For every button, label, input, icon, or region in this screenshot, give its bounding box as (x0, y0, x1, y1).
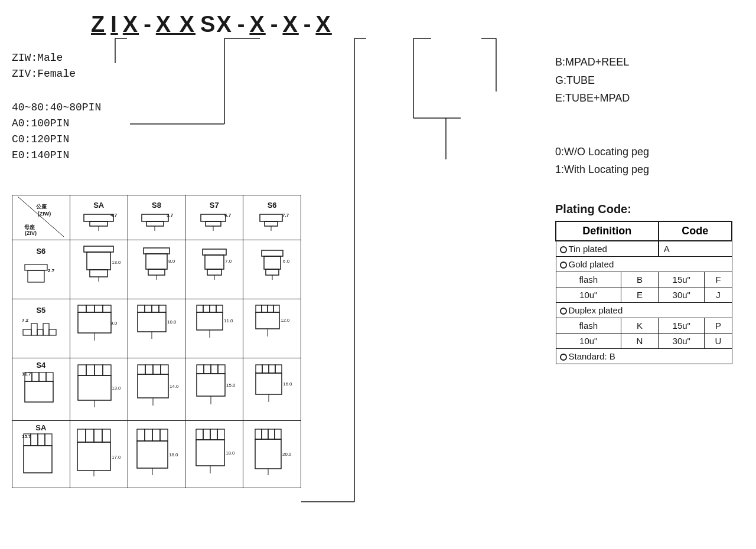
svg-rect-96 (46, 372, 53, 381)
pn-dash4: - (301, 12, 314, 37)
svg-rect-158 (255, 439, 281, 469)
svg-rect-155 (262, 429, 268, 439)
matrix-table: 公座 (ZIW) 母座 (ZIV) SA 4.7 (12, 195, 301, 488)
cell-s5-sa: 9.0 (70, 299, 128, 358)
connector-s5-sa: 9.0 (75, 302, 122, 354)
svg-rect-137 (77, 442, 110, 470)
svg-rect-66 (86, 305, 94, 312)
col-header-s8: S8 3.7 (128, 195, 185, 240)
diagonal-line-svg: 公座 (ZIW) 母座 (ZIV) (18, 197, 64, 237)
sa-row-svg: 15.7 (22, 432, 60, 484)
gold-flash-code: B (621, 272, 658, 287)
svg-rect-130 (45, 434, 52, 446)
matrix-row-s6: S6 2.7 13.0 (12, 240, 301, 299)
part-number-display: Z I X - X X SX - X - X - X (89, 12, 334, 37)
plating-header-definition: Definition (556, 221, 659, 241)
connector-s6-s7: 7.0 (191, 243, 238, 295)
svg-rect-20 (84, 214, 113, 221)
cell-s5-s7: 11.0 (185, 299, 243, 358)
svg-rect-59 (23, 329, 31, 335)
pkg-g: G:TUBE (555, 71, 744, 90)
svg-rect-150 (217, 429, 224, 440)
svg-rect-81 (210, 305, 216, 312)
svg-rect-54 (262, 250, 283, 256)
svg-text:18.0: 18.0 (226, 450, 235, 456)
standard-row: Standard: B (556, 348, 732, 364)
connector-s6-s8: 8.0 (133, 243, 180, 295)
matrix-row-sa: SA 15.7 (12, 421, 301, 488)
svg-rect-44 (144, 248, 170, 254)
svg-text:4.7: 4.7 (110, 213, 118, 218)
svg-rect-124 (256, 373, 282, 394)
tin-plated-label: Tin plated (556, 241, 659, 257)
duplex-flash-label: flash (556, 318, 621, 333)
pn-x4: X (313, 12, 334, 37)
s6-row-svg: 2.7 (22, 256, 60, 291)
svg-rect-116 (218, 365, 225, 374)
sa-header-drawing: 4.7 (78, 210, 119, 233)
svg-text:(ZIV): (ZIV) (25, 230, 37, 236)
connector-sa-s7: 18.0 (191, 428, 238, 480)
svg-text:14.0: 14.0 (170, 384, 179, 389)
duplex-15u-code: P (705, 318, 732, 333)
cell-s6-s7: 7.0 (185, 240, 243, 299)
s4-row-svg: 11.7 (22, 370, 60, 417)
svg-rect-149 (210, 429, 217, 440)
svg-rect-62 (43, 323, 49, 335)
pn-dash2: - (235, 12, 247, 37)
svg-rect-99 (78, 365, 86, 375)
svg-text:6.0: 6.0 (283, 259, 290, 264)
duplex-10u-code: N (621, 333, 658, 348)
svg-text:2.7: 2.7 (48, 268, 55, 273)
svg-rect-61 (37, 329, 43, 335)
svg-rect-36 (25, 264, 47, 270)
gold-10u-code: E (621, 287, 658, 302)
svg-rect-46 (148, 269, 165, 275)
duplex-10u-label: 10u" (556, 333, 621, 348)
cell-s5-s8: 10.0 (128, 299, 185, 358)
svg-rect-103 (78, 375, 111, 400)
svg-rect-80 (203, 305, 210, 312)
cell-s6-sa: 13.0 (70, 240, 128, 299)
svg-rect-89 (273, 305, 279, 312)
svg-rect-79 (197, 305, 203, 312)
col-header-s7: S7 6.7 (185, 195, 243, 240)
gold-flash-label: flash (556, 272, 621, 287)
gold-circle (560, 262, 567, 269)
pin-c0: C0:120PIN (12, 132, 101, 148)
svg-rect-101 (94, 365, 103, 375)
standard-circle (560, 354, 567, 361)
duplex-circle (560, 308, 567, 315)
svg-rect-72 (138, 305, 145, 312)
matrix-row-s4: S4 11.7 (12, 358, 301, 421)
duplex-plated-header-row: Duplex plated (556, 302, 732, 318)
cell-s6-s8: 8.0 (128, 240, 185, 299)
svg-rect-94 (32, 372, 39, 381)
pin-a0: A0:100PIN (12, 116, 101, 132)
svg-rect-108 (153, 365, 161, 374)
gold-row-2: 10u" E 30u" J (556, 287, 732, 302)
svg-rect-73 (145, 305, 152, 312)
svg-rect-131 (24, 446, 52, 473)
gold-row-1: flash B 15u" F (556, 272, 732, 287)
pin-label-group: 40~80:40~80PIN A0:100PIN C0:120PIN E0:14… (12, 100, 101, 164)
svg-rect-147 (196, 429, 203, 440)
svg-rect-144 (137, 441, 168, 468)
cell-sa-sa: 17.0 (70, 421, 128, 488)
svg-rect-25 (146, 221, 164, 226)
duplex-15u-label: 15u" (659, 318, 705, 333)
plating-header-code: Code (659, 221, 732, 241)
connector-s6-s6: 6.0 (249, 243, 296, 295)
svg-text:7.2: 7.2 (22, 318, 29, 323)
svg-rect-117 (197, 374, 225, 396)
cell-s4-s8: 14.0 (128, 358, 185, 421)
gold-30u-label: 30u" (659, 287, 705, 302)
svg-rect-121 (262, 365, 269, 373)
tin-plated-row: Tin plated A (556, 241, 732, 257)
type-label-group: ZIW:Male ZIV:Female (12, 50, 101, 82)
row-label-s5: S5 7.2 (12, 299, 70, 358)
svg-rect-24 (142, 214, 168, 221)
svg-text:15.0: 15.0 (226, 383, 236, 388)
svg-rect-114 (204, 365, 211, 374)
gold-30u-code: J (705, 287, 732, 302)
